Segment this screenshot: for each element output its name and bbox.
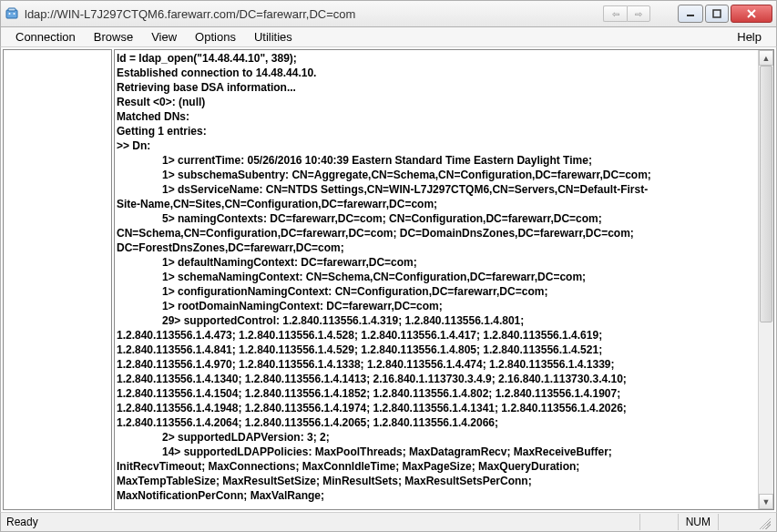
window-controls bbox=[678, 5, 772, 23]
scroll-up-button[interactable]: ▲ bbox=[759, 50, 773, 66]
menu-bar: Connection Browse View Options Utilities… bbox=[0, 27, 777, 47]
title-bar: ldap://WIN-L7J297CTQM6.farewarr.com/DC=f… bbox=[0, 0, 777, 27]
status-bar: Ready NUM bbox=[0, 512, 777, 532]
nav-back-button[interactable]: ⇦ bbox=[603, 5, 627, 22]
output-text[interactable]: ld = ldap_open("14.48.44.10", 389); Esta… bbox=[115, 50, 758, 509]
status-cell-blank1 bbox=[639, 514, 678, 530]
svg-point-2 bbox=[9, 13, 11, 15]
svg-rect-5 bbox=[713, 10, 721, 17]
status-numlock: NUM bbox=[678, 514, 718, 530]
menu-utilities[interactable]: Utilities bbox=[245, 28, 302, 46]
menu-help[interactable]: Help bbox=[728, 28, 771, 46]
window-title: ldap://WIN-L7J297CTQM6.farewarr.com/DC=f… bbox=[25, 7, 603, 21]
status-text: Ready bbox=[6, 516, 639, 528]
menu-browse[interactable]: Browse bbox=[85, 28, 142, 46]
svg-point-3 bbox=[14, 13, 15, 15]
tree-pane[interactable] bbox=[3, 49, 112, 510]
menu-options[interactable]: Options bbox=[186, 28, 245, 46]
scrollbar-track[interactable] bbox=[759, 66, 773, 494]
scroll-down-button[interactable]: ▼ bbox=[759, 494, 773, 509]
nav-arrows: ⇦ ⇨ bbox=[603, 5, 650, 22]
content-area: ld = ldap_open("14.48.44.10", 389); Esta… bbox=[0, 47, 777, 512]
maximize-button[interactable] bbox=[705, 5, 729, 23]
status-cell-blank2 bbox=[718, 514, 756, 530]
resize-grip-icon[interactable] bbox=[756, 515, 771, 529]
output-pane: ld = ldap_open("14.48.44.10", 389); Esta… bbox=[114, 49, 774, 510]
vertical-scrollbar[interactable]: ▲ ▼ bbox=[758, 50, 773, 509]
nav-forward-button[interactable]: ⇨ bbox=[627, 5, 650, 22]
minimize-button[interactable] bbox=[678, 5, 703, 23]
close-button[interactable] bbox=[731, 5, 772, 23]
menu-view[interactable]: View bbox=[142, 28, 186, 46]
svg-rect-1 bbox=[8, 8, 15, 11]
app-icon bbox=[5, 6, 19, 21]
menu-connection[interactable]: Connection bbox=[6, 28, 85, 46]
scrollbar-thumb[interactable] bbox=[760, 66, 772, 322]
